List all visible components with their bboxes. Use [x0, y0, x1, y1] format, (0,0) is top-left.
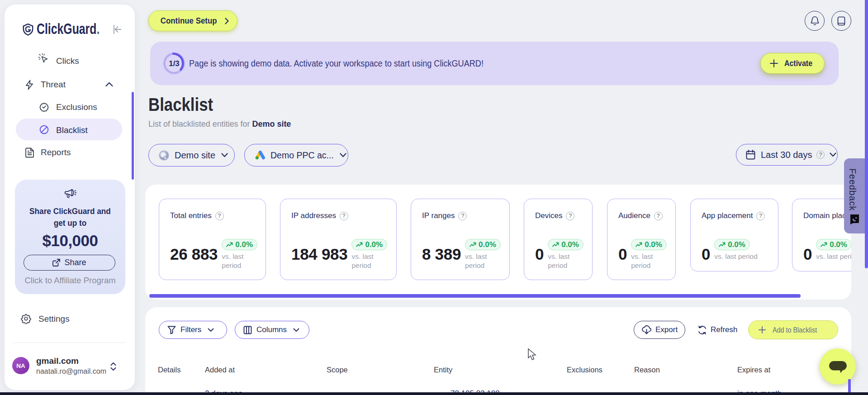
svg-text:1/3: 1/3 [169, 59, 180, 68]
